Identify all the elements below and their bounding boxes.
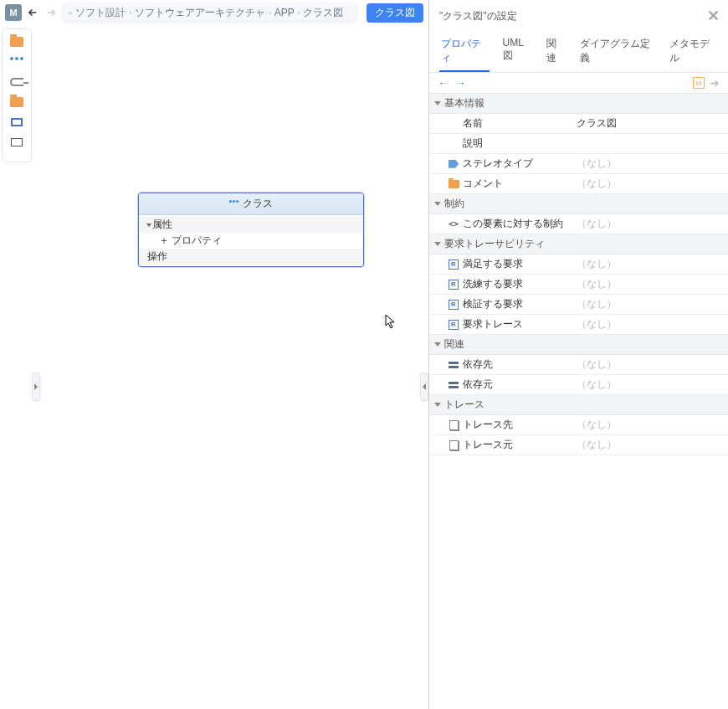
property-row[interactable]: R満足する要求（なし） (429, 254, 728, 275)
property-row[interactable]: 依存先（なし） (429, 355, 728, 375)
palette-toolbar (2, 28, 32, 162)
diagram-type-badge[interactable]: クラス図 (367, 3, 423, 23)
property-key: R洗練する要求 (429, 275, 572, 295)
collapse-icon (434, 342, 441, 347)
breadcrumb-overflow-icon[interactable]: « (69, 9, 72, 17)
app-badge[interactable]: M (5, 4, 22, 21)
cursor-icon (385, 314, 397, 331)
property-row[interactable]: 説明 (429, 134, 728, 154)
property-group-header[interactable]: 要求トレーサビリティ (429, 234, 728, 254)
property-group-header[interactable]: 制約 (429, 194, 728, 214)
panel-tabs: プロパティ UML図 関連 ダイアグラム定義 メタモデル (429, 28, 728, 73)
top-toolbar: M « ソフト設計 › ソフトウェアアーキテクチャ › APP › クラス図 ク… (0, 0, 428, 25)
property-row[interactable]: R検証する要求（なし） (429, 295, 728, 315)
attributes-section: 属性 ＋ プロパティ 操作 (139, 215, 363, 266)
attributes-header[interactable]: 属性 (139, 217, 363, 233)
property-row[interactable]: 名前クラス図 (429, 114, 728, 134)
breadcrumb-item[interactable]: クラス図 (303, 6, 343, 20)
package-icon[interactable] (9, 36, 24, 48)
property-value[interactable]: （なし） (572, 254, 728, 275)
property-group-header[interactable]: 基本情報 (429, 94, 728, 114)
tab-relations[interactable]: 関連 (545, 33, 567, 72)
chevron-right-icon: › (269, 9, 271, 17)
property-value[interactable]: （なし） (572, 275, 728, 295)
breadcrumb-item[interactable]: ソフトウェアアーキテクチャ (135, 6, 265, 20)
property-value[interactable]: （なし） (572, 315, 728, 335)
history-back-icon[interactable]: ← (438, 76, 449, 90)
chevron-right-icon: › (129, 9, 131, 17)
chevron-right-icon: › (298, 9, 300, 17)
property-row[interactable]: ステレオタイプ（なし） (429, 154, 728, 174)
property-key: R要求トレース (429, 315, 572, 335)
property-value[interactable]: （なし） (572, 214, 728, 234)
property-value[interactable] (572, 134, 728, 154)
property-value[interactable]: （なし） (572, 355, 728, 375)
interface-icon[interactable] (9, 116, 24, 128)
breadcrumb: « ソフト設計 › ソフトウェアアーキテクチャ › APP › クラス図 (62, 3, 358, 23)
property-row[interactable]: 依存元（なし） (429, 375, 728, 395)
property-value[interactable]: （なし） (572, 174, 728, 194)
class-tool-icon[interactable] (9, 56, 24, 68)
collapse-icon (434, 101, 441, 105)
property-key: R満足する要求 (429, 254, 572, 275)
property-row[interactable]: コメント（なし） (429, 174, 728, 194)
nav-back-icon[interactable] (25, 5, 40, 20)
breadcrumb-item[interactable]: APP (274, 7, 295, 18)
property-row[interactable]: トレース先（なし） (429, 415, 728, 435)
association-icon[interactable] (9, 76, 24, 88)
property-key: R検証する要求 (429, 295, 572, 315)
property-key: 説明 (429, 134, 572, 154)
expand-left-panel-icon[interactable] (32, 372, 40, 401)
property-group-header[interactable]: 関連 (429, 335, 728, 355)
property-key: コメント (429, 174, 572, 194)
close-icon[interactable]: ✕ (707, 7, 720, 25)
breadcrumb-item[interactable]: ソフト設計 (75, 6, 126, 20)
collapse-icon (434, 202, 441, 206)
collapse-icon (434, 403, 441, 407)
collapse-icon (434, 242, 441, 246)
properties-panel: "クラス図"の設定 ✕ プロパティ UML図 関連 ダイアグラム定義 メタモデル… (428, 0, 728, 709)
note-icon[interactable] (9, 136, 24, 148)
property-key: ステレオタイプ (429, 154, 572, 174)
property-value[interactable]: クラス図 (572, 114, 728, 134)
property-value[interactable]: （なし） (572, 415, 728, 435)
property-row[interactable]: トレース元（なし） (429, 435, 728, 455)
operations-header[interactable]: 操作 (139, 249, 363, 265)
property-key: <>この要素に対する制約 (429, 214, 572, 234)
property-value[interactable]: （なし） (572, 295, 728, 315)
tab-properties[interactable]: プロパティ (439, 33, 490, 72)
history-forward-icon[interactable]: → (454, 76, 466, 90)
expand-right-panel-icon[interactable] (420, 372, 428, 401)
property-value[interactable]: （なし） (572, 375, 728, 395)
properties-table: 基本情報名前クラス図説明ステレオタイプ（なし）コメント（なし）制約<>この要素に… (429, 93, 728, 455)
property-key: 名前 (429, 114, 572, 134)
property-key: トレース先 (429, 415, 572, 435)
property-key: 依存元 (429, 375, 572, 395)
property-group-header[interactable]: トレース (429, 395, 728, 415)
class-icon (229, 200, 239, 208)
property-row[interactable]: <>この要素に対する制約（なし） (429, 214, 728, 234)
property-value[interactable]: （なし） (572, 154, 728, 174)
panel-title: "クラス図"の設定 (439, 9, 517, 23)
class-element[interactable]: クラス 属性 ＋ プロパティ 操作 (138, 193, 364, 267)
diagram-canvas[interactable]: クラス 属性 ＋ プロパティ 操作 (32, 25, 428, 709)
tab-metamodel[interactable]: メタモデル (668, 33, 718, 72)
tab-diagram-def[interactable]: ダイアグラム定義 (578, 33, 656, 72)
property-key: 依存先 (429, 355, 572, 375)
nav-forward-icon[interactable] (44, 5, 59, 20)
property-row[interactable]: R洗練する要求（なし） (429, 275, 728, 295)
property-value[interactable]: （なし） (572, 435, 728, 455)
property-item[interactable]: ＋ プロパティ (139, 233, 363, 249)
class-title[interactable]: クラス (139, 193, 363, 215)
property-row[interactable]: R要求トレース（なし） (429, 315, 728, 335)
tab-uml[interactable]: UML図 (501, 33, 534, 72)
navigate-icon[interactable]: ➜ (710, 76, 720, 90)
metamodel-icon[interactable]: M (693, 77, 705, 89)
expand-icon (146, 223, 151, 227)
property-key: トレース元 (429, 435, 572, 455)
class-title-label: クラス (243, 197, 273, 211)
folder-icon[interactable] (9, 96, 24, 108)
